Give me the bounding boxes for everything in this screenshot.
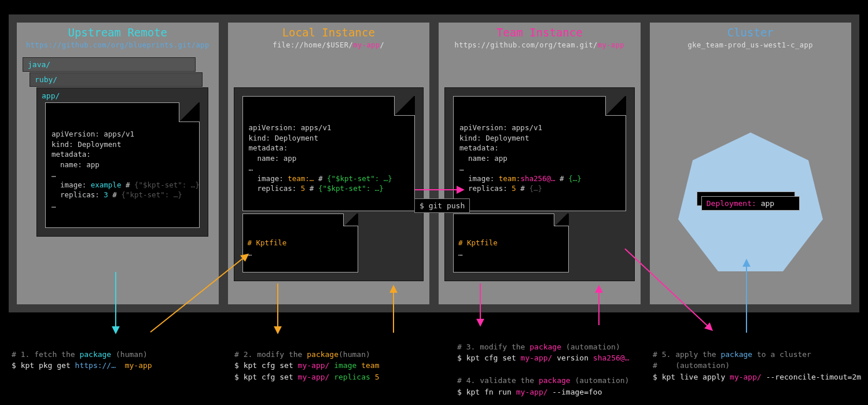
folder-stack: java/ ruby/ app/ apiVersion: apps/v1 kin… <box>23 57 213 254</box>
panel-header-upstream: Upstream Remote https://github.com/org/b… <box>17 23 219 53</box>
panel-title: Upstream Remote <box>17 26 219 39</box>
panel-local: Local Instance file://home/$USER/my-app/… <box>228 23 430 304</box>
layer-java: java/ <box>23 57 196 72</box>
diagram-row: Upstream Remote https://github.com/org/b… <box>9 14 859 312</box>
page-fold-icon <box>394 96 415 116</box>
panel-header-cluster: Cluster gke_team-prod_us-west1-c_app <box>650 23 852 53</box>
folder-team: apiVersion: apps/v1 kind: Deployment met… <box>444 87 635 281</box>
panel-title: Cluster <box>650 26 852 39</box>
kptfile-team: # Kptfile … <box>453 213 569 273</box>
panel-title: Local Instance <box>228 26 430 39</box>
panel-title: Team Instance <box>439 26 641 39</box>
panel-header-team: Team Instance https://github.com/org/tea… <box>439 23 641 53</box>
panel-header-local: Local Instance file://home/$USER/my-app/ <box>228 23 430 53</box>
panel-upstream: Upstream Remote https://github.com/org/b… <box>17 23 219 304</box>
folder-name: app/ <box>42 91 203 100</box>
kptfile-local: # Kptfile … <box>242 213 358 273</box>
folder-app: app/ apiVersion: apps/v1 kind: Deploymen… <box>36 87 208 237</box>
yaml-file-upstream: apiVersion: apps/v1 kind: Deployment met… <box>45 102 200 228</box>
yaml-file-team: apiVersion: apps/v1 kind: Deployment met… <box>453 96 626 211</box>
yaml-file-local: apiVersion: apps/v1 kind: Deployment met… <box>242 96 415 211</box>
panel-team: Team Instance https://github.com/org/tea… <box>439 23 641 304</box>
command-block-3-4: # 3. modify the package (automation) $ k… <box>457 330 629 397</box>
panel-subtitle: file://home/$USER/my-app/ <box>228 41 430 49</box>
page-fold-icon <box>554 213 569 226</box>
panel-cluster: Cluster gke_team-prod_us-west1-c_app Dep… <box>650 23 852 304</box>
page-fold-icon <box>343 213 358 226</box>
deployment-label: Deployment: app <box>701 196 800 211</box>
panel-subtitle: gke_team-prod_us-west1-c_app <box>650 41 852 49</box>
git-push-label: $ git push <box>414 198 470 213</box>
page-fold-icon <box>605 96 626 116</box>
page-fold-icon <box>179 102 200 122</box>
command-block-1: # 1. fetch the package (human) $ kpt pkg… <box>12 337 152 371</box>
command-block-2: # 2. modify the package(human) $ kpt cfg… <box>234 337 379 382</box>
panel-subtitle: https://github.com/org/team.git/my-app <box>439 41 641 49</box>
deployment-labels: Deployment: app <box>701 196 800 211</box>
command-block-5: # 5. apply the package to a cluster # (a… <box>653 337 861 382</box>
panel-subtitle: https://github.com/org/blueprints.git/ap… <box>17 41 219 49</box>
layer-ruby: ruby/ <box>30 72 203 87</box>
folder-local: apiVersion: apps/v1 kind: Deployment met… <box>234 87 424 281</box>
